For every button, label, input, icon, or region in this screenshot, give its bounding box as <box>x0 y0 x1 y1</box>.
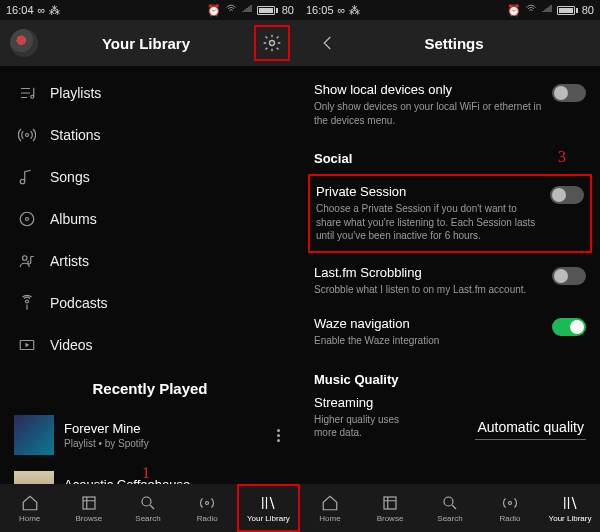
library-item-stations[interactable]: Stations <box>0 114 300 156</box>
library-item-videos[interactable]: Videos <box>0 324 300 366</box>
chevron-left-icon <box>319 34 337 52</box>
streaming-quality-dropdown[interactable]: Automatic quality <box>475 417 586 440</box>
nav-browse[interactable]: Browse <box>59 484 118 532</box>
library-item-songs[interactable]: Songs <box>0 156 300 198</box>
status-icon-clover: ⁂ <box>349 4 360 17</box>
signal-icon <box>241 3 253 17</box>
library-item-label: Stations <box>50 127 101 143</box>
search-icon <box>441 494 459 512</box>
setting-streaming: Streaming Higher quality uses more data.… <box>300 393 600 442</box>
library-item-label: Artists <box>50 253 89 269</box>
status-time: 16:05 <box>306 4 334 16</box>
setting-lastfm: Last.fm Scrobbling Scrobble what I liste… <box>300 255 600 307</box>
nav-label: Home <box>19 514 40 523</box>
nav-home[interactable]: Home <box>0 484 59 532</box>
svg-point-0 <box>270 41 275 46</box>
nav-label: Search <box>135 514 160 523</box>
artists-icon <box>18 252 36 270</box>
right-pane: 3 16:05 ∞ ⁂ ⏰ 80 Settings <box>300 0 600 532</box>
setting-title: Streaming <box>314 395 465 410</box>
avatar[interactable] <box>10 29 38 57</box>
nav-label: Browse <box>377 514 404 523</box>
toggle-private-session[interactable] <box>550 186 584 204</box>
library-item-label: Videos <box>50 337 93 353</box>
library-item-label: Playlists <box>50 85 101 101</box>
library-item-label: Songs <box>50 169 90 185</box>
nav-label: Radio <box>197 514 218 523</box>
page-title: Your Library <box>38 35 254 52</box>
home-icon <box>21 494 39 512</box>
browse-icon <box>381 494 399 512</box>
nav-home[interactable]: Home <box>300 484 360 532</box>
browse-icon <box>80 494 98 512</box>
nav-label: Radio <box>500 514 521 523</box>
nav-radio[interactable]: Radio <box>480 484 540 532</box>
status-icon-infinity: ∞ <box>38 4 46 16</box>
setting-title: Waze navigation <box>314 316 542 331</box>
setting-sub: Choose a Private Session if you don't wa… <box>316 202 540 243</box>
battery-icon <box>257 6 278 15</box>
nav-your-library[interactable]: Your Library <box>540 484 600 532</box>
played-item[interactable]: Acoustic Coffeehouse Playlist • by Nettw… <box>0 463 300 484</box>
library-item-podcasts[interactable]: Podcasts <box>0 282 300 324</box>
nav-label: Your Library <box>247 514 290 523</box>
toggle-local-devices[interactable] <box>552 84 586 102</box>
back-button[interactable] <box>310 25 346 61</box>
more-button[interactable] <box>270 429 286 442</box>
played-sub: Playlist • by Spotify <box>64 438 260 449</box>
svg-point-1 <box>26 134 29 137</box>
bottom-nav-right: Home Browse Search Radio Your Library <box>300 484 600 532</box>
svg-point-9 <box>206 501 209 504</box>
nav-search[interactable]: Search <box>118 484 177 532</box>
setting-sub: Only show devices on your local WiFi or … <box>314 100 542 127</box>
home-icon <box>321 494 339 512</box>
gear-icon <box>262 33 282 53</box>
status-icon-clover: ⁂ <box>49 4 60 17</box>
library-item-albums[interactable]: Albums <box>0 198 300 240</box>
library-item-label: Podcasts <box>50 295 108 311</box>
status-time: 16:04 <box>6 4 34 16</box>
library-header: Your Library <box>0 20 300 66</box>
played-name: Forever Mine <box>64 421 260 436</box>
nav-your-library[interactable]: Your Library <box>237 484 300 532</box>
battery-icon <box>557 6 578 15</box>
page-title: Settings <box>346 35 562 52</box>
setting-sub: Scrobble what I listen to on my Last.fm … <box>314 283 542 297</box>
svg-point-3 <box>26 218 29 221</box>
nav-search[interactable]: Search <box>420 484 480 532</box>
svg-point-4 <box>23 256 28 261</box>
nav-label: Your Library <box>549 514 592 523</box>
svg-point-5 <box>26 300 29 303</box>
library-icon <box>259 494 277 512</box>
svg-point-2 <box>20 212 34 226</box>
library-item-artists[interactable]: Artists <box>0 240 300 282</box>
nav-radio[interactable]: Radio <box>178 484 237 532</box>
section-music-quality: Music Quality <box>300 358 600 393</box>
setting-title: Last.fm Scrobbling <box>314 265 542 280</box>
setting-sub: Enable the Waze integration <box>314 334 542 348</box>
playlists-icon <box>18 84 36 102</box>
alarm-icon: ⏰ <box>507 4 521 17</box>
played-item[interactable]: Forever Mine Playlist • by Spotify <box>0 407 300 463</box>
library-icon <box>561 494 579 512</box>
status-bar-left: 16:04 ∞ ⁂ ⏰ 80 <box>0 0 300 20</box>
album-art <box>14 415 54 455</box>
setting-title: Private Session <box>316 184 540 199</box>
wifi-icon <box>525 3 537 17</box>
toggle-lastfm[interactable] <box>552 267 586 285</box>
setting-waze: Waze navigation Enable the Waze integrat… <box>300 306 600 358</box>
search-icon <box>139 494 157 512</box>
settings-content[interactable]: Show local devices only Only show device… <box>300 66 600 484</box>
status-icon-infinity: ∞ <box>338 4 346 16</box>
status-bar-right: 16:05 ∞ ⁂ ⏰ 80 <box>300 0 600 20</box>
nav-label: Browse <box>75 514 102 523</box>
nav-browse[interactable]: Browse <box>360 484 420 532</box>
toggle-waze[interactable] <box>552 318 586 336</box>
videos-icon <box>18 336 36 354</box>
nav-label: Home <box>319 514 340 523</box>
settings-button[interactable] <box>254 25 290 61</box>
library-item-label: Albums <box>50 211 97 227</box>
library-item-playlists[interactable]: Playlists <box>0 72 300 114</box>
battery-level: 80 <box>582 4 594 16</box>
settings-header: Settings <box>300 20 600 66</box>
